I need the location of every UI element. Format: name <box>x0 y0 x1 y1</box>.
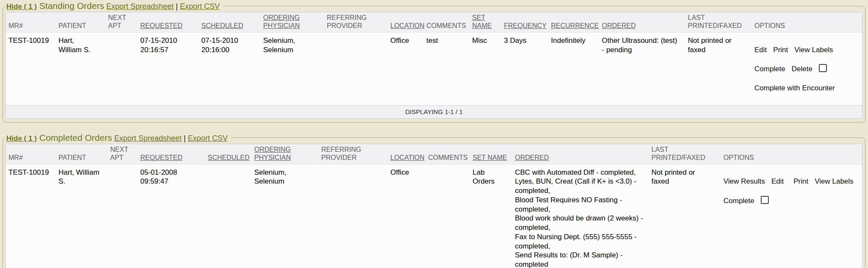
standing-orders-section: Hide ( 1 )Standing OrdersExport Spreadsh… <box>3 1 865 123</box>
orders-page: Hide ( 1 )Standing OrdersExport Spreadsh… <box>0 1 868 268</box>
section-title-completed: Completed Orders <box>39 133 112 142</box>
cell-options: View ResultsEditPrintView Labels Complet… <box>721 164 862 268</box>
col-header-scheduled[interactable]: SCHEDULED <box>199 12 261 32</box>
table-row: TEST-10019 Hart, William S. 07-15-2010 2… <box>6 32 862 105</box>
complete-link[interactable]: Complete <box>723 197 754 205</box>
col-header-mr: MR# <box>6 144 56 164</box>
standing-orders-table: MR# PATIENT NEXT APT REQUESTED SCHEDULED… <box>6 12 862 119</box>
col-header-location[interactable]: LOCATION <box>388 12 424 32</box>
col-header-requested[interactable]: REQUESTED <box>138 144 205 164</box>
view-results-link[interactable]: View Results <box>723 177 765 185</box>
standing-header-row: MR# PATIENT NEXT APT REQUESTED SCHEDULED… <box>6 12 862 32</box>
cell-mr: TEST-10019 <box>6 32 56 105</box>
col-header-scheduled[interactable]: SCHEDULED <box>205 144 252 164</box>
completed-header-row: MR# PATIENT NEXT APT REQUESTED SCHEDULED… <box>6 144 862 164</box>
col-header-options: OPTIONS <box>752 12 862 32</box>
cell-requested: 07-15-2010 20:16:57 <box>138 32 199 105</box>
section-title-standing: Standing Orders <box>39 1 104 11</box>
view-labels-link[interactable]: View Labels <box>794 46 833 54</box>
cell-scheduled: 07-15-2010 20:16:00 <box>199 32 261 105</box>
delete-link[interactable]: Delete <box>792 65 812 73</box>
col-header-last-printed-faxed: LAST PRINTED/FAXED <box>685 12 752 32</box>
cell-last-printed-faxed: Not printed or faxed <box>649 164 721 268</box>
edit-link[interactable]: Edit <box>754 46 767 54</box>
delete-checkbox[interactable] <box>819 64 827 72</box>
cell-options: EditPrintView Labels CompleteDelete Comp… <box>752 32 862 105</box>
cell-frequency: 3 Days <box>501 32 548 105</box>
col-header-frequency[interactable]: FREQUENCY <box>501 12 548 32</box>
print-link[interactable]: Print <box>773 46 788 54</box>
col-header-recurrence[interactable]: RECURRENCE <box>548 12 599 32</box>
col-header-comments: COMMENTS <box>426 144 470 164</box>
col-header-next-apt: NEXT APT <box>108 144 138 164</box>
cell-patient: Hart, William S. <box>56 32 106 105</box>
col-header-patient: PATIENT <box>56 12 106 32</box>
view-labels-link[interactable]: View Labels <box>815 177 853 185</box>
col-header-set-name[interactable]: SET NAME <box>470 144 512 164</box>
col-header-patient: PATIENT <box>56 144 108 164</box>
separator: | <box>176 2 178 11</box>
edit-link[interactable]: Edit <box>771 177 784 185</box>
cell-scheduled <box>205 164 252 268</box>
cell-mr: TEST-10019 <box>6 164 56 268</box>
col-header-last-printed-faxed: LAST PRINTED/FAXED <box>649 144 721 164</box>
complete-link[interactable]: Complete <box>754 65 785 73</box>
col-header-mr: MR# <box>6 12 56 32</box>
cell-set-name: Misc <box>470 32 501 105</box>
col-header-requested[interactable]: REQUESTED <box>138 12 199 32</box>
export-csv-link[interactable]: Export CSV <box>188 134 228 142</box>
col-header-ordering-physician[interactable]: ORDERING PHYSICIAN <box>252 144 319 164</box>
cell-location: Office <box>388 164 426 268</box>
cell-patient: Hart, William S. <box>56 164 108 268</box>
cell-next-apt <box>106 32 138 105</box>
hide-toggle-link[interactable]: Hide ( 1 ) <box>6 3 37 11</box>
col-header-ordered[interactable]: ORDERED <box>599 12 685 32</box>
col-header-set-name[interactable]: SET NAME <box>470 12 501 32</box>
col-header-comments: COMMENTS <box>424 12 470 32</box>
export-spreadsheet-link[interactable]: Export Spreadsheet <box>106 2 174 11</box>
col-header-ordered[interactable]: ORDERED <box>512 144 649 164</box>
col-header-options: OPTIONS <box>721 144 862 164</box>
completed-orders-section: Hide ( 1 )Completed OrdersExport Spreads… <box>3 133 865 268</box>
hide-toggle-link[interactable]: Hide ( 1 ) <box>6 134 37 142</box>
cell-ordered: Other Ultrasound: (test) - pending <box>599 32 685 105</box>
cell-recurrence: Indefinitely <box>548 32 599 105</box>
cell-next-apt <box>108 164 138 268</box>
cell-comments <box>426 164 470 268</box>
cell-location: Office <box>388 32 424 105</box>
print-link[interactable]: Print <box>793 177 808 185</box>
col-header-location[interactable]: LOCATION <box>388 144 426 164</box>
table-row: TEST-10019 Hart, William S. 05-01-2008 0… <box>6 164 862 268</box>
export-csv-link[interactable]: Export CSV <box>180 2 220 11</box>
cell-ordering-physician: Selenium, Selenium <box>252 164 319 268</box>
standing-orders-legend: Hide ( 1 )Standing OrdersExport Spreadsh… <box>6 1 223 11</box>
cell-comments: test <box>424 32 470 105</box>
cell-last-printed-faxed: Not printed or faxed <box>685 32 752 105</box>
standing-footer-row: DISPLAYING 1-1 / 1 <box>6 105 862 118</box>
cell-referring-provider <box>324 32 388 105</box>
complete-with-encounter-link[interactable]: Complete with Encounter <box>754 84 835 92</box>
col-header-ordering-physician[interactable]: ORDERING PHYSICIAN <box>261 12 324 32</box>
cell-ordering-physician: Selenium, Selenium <box>261 32 324 105</box>
col-header-referring-provider: REFERRING PROVIDER <box>319 144 388 164</box>
col-header-next-apt: NEXT APT <box>106 12 138 32</box>
export-spreadsheet-link[interactable]: Export Spreadsheet <box>114 134 181 142</box>
completed-orders-table: MR# PATIENT NEXT APT REQUESTED SCHEDULED… <box>6 144 862 268</box>
separator: | <box>184 134 186 142</box>
complete-checkbox[interactable] <box>761 196 769 204</box>
cell-set-name: Lab Orders <box>470 164 512 268</box>
cell-referring-provider <box>319 164 388 268</box>
completed-orders-legend: Hide ( 1 )Completed OrdersExport Spreads… <box>6 133 231 143</box>
displaying-count: DISPLAYING 1-1 / 1 <box>6 105 862 118</box>
col-header-referring-provider: REFERRING PROVIDER <box>324 12 388 32</box>
cell-requested: 05-01-2008 09:59:47 <box>138 164 205 268</box>
cell-ordered: CBC with Automated Diff - completed, Lyt… <box>512 164 649 268</box>
